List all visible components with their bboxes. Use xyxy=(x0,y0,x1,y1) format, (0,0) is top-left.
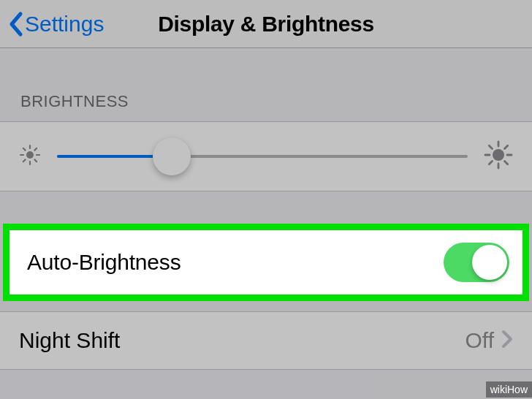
svg-point-9 xyxy=(493,149,504,161)
svg-point-0 xyxy=(26,151,34,159)
svg-line-6 xyxy=(34,159,37,162)
brightness-slider-row xyxy=(0,121,532,191)
watermark: wikiHow xyxy=(486,381,532,398)
svg-line-17 xyxy=(505,145,508,148)
svg-line-15 xyxy=(505,162,508,164)
auto-brightness-row: Auto-Brightness xyxy=(3,224,529,301)
toggle-knob xyxy=(472,245,507,280)
brightness-high-icon xyxy=(484,140,513,172)
slider-thumb[interactable] xyxy=(153,137,191,175)
back-label: Settings xyxy=(25,12,104,37)
brightness-slider[interactable] xyxy=(57,155,468,158)
night-shift-label: Night Shift xyxy=(19,328,466,353)
svg-line-8 xyxy=(34,148,37,151)
night-shift-value: Off xyxy=(466,328,494,353)
auto-brightness-toggle[interactable] xyxy=(444,243,509,282)
night-shift-row[interactable]: Night Shift Off xyxy=(0,311,532,370)
section-header-brightness: BRIGHTNESS xyxy=(0,48,532,121)
nav-bar: Settings Display & Brightness xyxy=(0,0,532,48)
chevron-left-icon xyxy=(7,11,23,37)
page-title: Display & Brightness xyxy=(158,12,374,37)
svg-line-7 xyxy=(23,159,26,162)
svg-line-5 xyxy=(23,148,26,151)
back-button[interactable]: Settings xyxy=(7,11,104,37)
svg-line-16 xyxy=(489,162,492,164)
chevron-right-icon xyxy=(501,330,513,352)
brightness-low-icon xyxy=(19,144,41,169)
svg-line-14 xyxy=(489,145,492,148)
auto-brightness-label: Auto-Brightness xyxy=(27,250,444,275)
